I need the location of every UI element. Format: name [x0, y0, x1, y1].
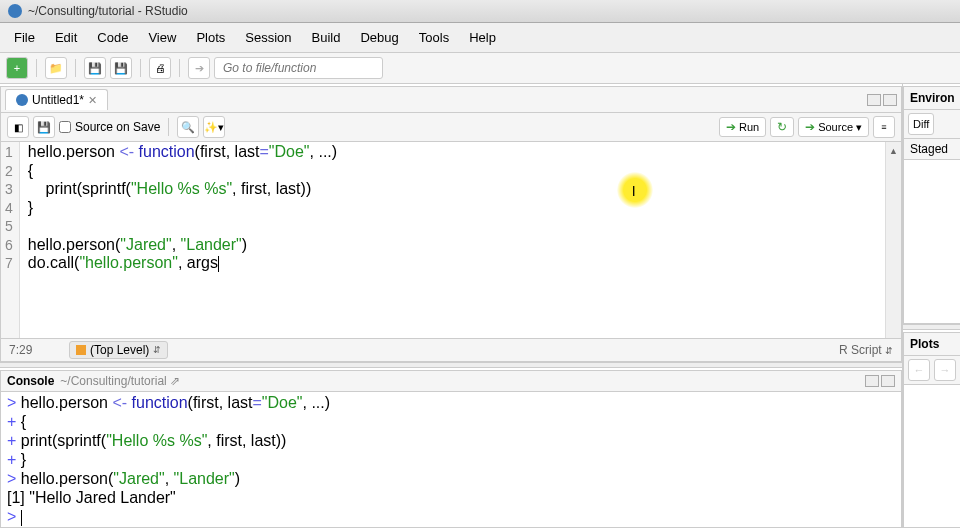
cursor-position: 7:29 — [9, 343, 59, 357]
editor-pane: Untitled1* ✕ ◧ 💾 Source on Save 🔍 ✨▾ ➔Ru… — [0, 86, 902, 362]
plot-prev-button[interactable]: ← — [908, 359, 930, 381]
source-arrow-icon: ➔ — [805, 120, 815, 134]
save-file-button[interactable]: 💾 — [33, 116, 55, 138]
popout-button[interactable]: ◧ — [7, 116, 29, 138]
pane-divider[interactable] — [0, 362, 902, 368]
close-tab-icon[interactable]: ✕ — [88, 94, 97, 107]
chevron-icon: ⇵ — [153, 345, 161, 355]
environment-body — [904, 160, 960, 323]
maximize-pane-button[interactable] — [883, 94, 897, 106]
find-button[interactable]: 🔍 — [177, 116, 199, 138]
plots-body — [904, 385, 960, 527]
code-body[interactable]: I hello.person <- function(first, last="… — [20, 142, 901, 338]
right-column: Environ Diff Staged Plots ← → — [903, 84, 960, 528]
diff-button[interactable]: Diff — [908, 113, 934, 135]
maximize-console-button[interactable] — [881, 375, 895, 387]
file-type-selector[interactable]: R Script ⇵ — [839, 343, 893, 357]
menu-view[interactable]: View — [138, 27, 186, 48]
editor-scrollbar[interactable]: ▲ — [885, 142, 901, 338]
menu-session[interactable]: Session — [235, 27, 301, 48]
window-title: ~/Consulting/tutorial - RStudio — [28, 4, 188, 18]
run-button[interactable]: ➔Run — [719, 117, 766, 137]
rerun-button[interactable]: ↻ — [770, 117, 794, 137]
outline-button[interactable]: ≡ — [873, 116, 895, 138]
rscript-icon — [16, 94, 28, 106]
console-line: + { — [7, 412, 895, 431]
console-title: Console — [7, 374, 54, 388]
environment-toolbar: Diff — [904, 110, 960, 139]
source-on-save-label: Source on Save — [75, 120, 160, 134]
chevron-icon: ⇵ — [885, 346, 893, 356]
left-column: Untitled1* ✕ ◧ 💾 Source on Save 🔍 ✨▾ ➔Ru… — [0, 84, 903, 528]
source-on-save-checkbox[interactable] — [59, 121, 71, 133]
console-window-buttons — [865, 375, 895, 387]
pane-window-buttons — [867, 94, 897, 106]
console-line: + print(sprintf("Hello %s %s", first, la… — [7, 431, 895, 450]
plots-toolbar: ← → — [904, 356, 960, 385]
save-all-button[interactable]: 💾 — [110, 57, 132, 79]
editor-tabrow: Untitled1* ✕ — [1, 87, 901, 113]
console-body[interactable]: > hello.person <- function(first, last="… — [1, 392, 901, 527]
minimize-pane-button[interactable] — [867, 94, 881, 106]
plots-pane: Plots ← → — [903, 332, 960, 528]
minimize-console-button[interactable] — [865, 375, 879, 387]
menu-edit[interactable]: Edit — [45, 27, 87, 48]
plot-next-button[interactable]: → — [934, 359, 956, 381]
console-line: [1] "Hello Jared Lander" — [7, 488, 895, 507]
tab-label: Untitled1* — [32, 93, 84, 107]
line-gutter: 1234567 — [1, 142, 20, 338]
popout-console-icon[interactable]: ⇗ — [170, 374, 180, 388]
scope-selector[interactable]: (Top Level) ⇵ — [69, 341, 168, 359]
code-line[interactable] — [28, 217, 901, 236]
window-titlebar: ~/Consulting/tutorial - RStudio — [0, 0, 960, 23]
menu-file[interactable]: File — [4, 27, 45, 48]
scroll-up-icon[interactable]: ▲ — [886, 142, 901, 156]
menu-build[interactable]: Build — [302, 27, 351, 48]
new-file-button[interactable]: + — [6, 57, 28, 79]
separator — [36, 59, 37, 77]
separator — [140, 59, 141, 77]
environment-tab[interactable]: Environ — [904, 87, 960, 110]
console-line: > hello.person("Jared", "Lander") — [7, 469, 895, 488]
forward-icon: ➔ — [188, 57, 210, 79]
open-project-button[interactable]: 📁 — [45, 57, 67, 79]
menu-help[interactable]: Help — [459, 27, 506, 48]
rstudio-icon — [8, 4, 22, 18]
code-editor[interactable]: 1234567 I hello.person <- function(first… — [1, 142, 901, 338]
code-line[interactable]: hello.person <- function(first, last="Do… — [28, 143, 901, 162]
code-line[interactable]: print(sprintf("Hello %s %s", first, last… — [28, 180, 901, 199]
code-line[interactable]: { — [28, 162, 901, 181]
staged-label: Staged — [904, 139, 960, 160]
console-line: > hello.person <- function(first, last="… — [7, 393, 895, 412]
main-area: Untitled1* ✕ ◧ 💾 Source on Save 🔍 ✨▾ ➔Ru… — [0, 84, 960, 528]
separator — [168, 118, 169, 136]
menu-tools[interactable]: Tools — [409, 27, 459, 48]
menubar: FileEditCodeViewPlotsSessionBuildDebugTo… — [0, 23, 960, 53]
main-toolbar: + 📁 💾 💾 🖨 ➔ — [0, 53, 960, 84]
editor-toolbar: ◧ 💾 Source on Save 🔍 ✨▾ ➔Run ↻ ➔Source ▾… — [1, 113, 901, 142]
code-line[interactable]: } — [28, 199, 901, 218]
plots-tab[interactable]: Plots — [904, 333, 960, 356]
separator — [75, 59, 76, 77]
right-divider[interactable] — [903, 324, 960, 330]
wand-button[interactable]: ✨▾ — [203, 116, 225, 138]
scope-icon — [76, 345, 86, 355]
menu-plots[interactable]: Plots — [186, 27, 235, 48]
menu-debug[interactable]: Debug — [350, 27, 408, 48]
console-line: + } — [7, 450, 895, 469]
source-button[interactable]: ➔Source ▾ — [798, 117, 869, 137]
code-line[interactable]: hello.person("Jared", "Lander") — [28, 236, 901, 255]
console-pane: Console ~/Consulting/tutorial ⇗ > hello.… — [0, 370, 902, 528]
goto-file-input[interactable] — [214, 57, 383, 79]
run-arrow-icon: ➔ — [726, 120, 736, 134]
editor-tab[interactable]: Untitled1* ✕ — [5, 89, 108, 110]
console-path: ~/Consulting/tutorial ⇗ — [60, 374, 180, 388]
console-line: > — [7, 507, 895, 526]
print-button[interactable]: 🖨 — [149, 57, 171, 79]
separator — [179, 59, 180, 77]
save-button[interactable]: 💾 — [84, 57, 106, 79]
code-line[interactable]: do.call("hello.person", args — [28, 254, 901, 273]
editor-statusbar: 7:29 (Top Level) ⇵ R Script ⇵ — [1, 338, 901, 361]
menu-code[interactable]: Code — [87, 27, 138, 48]
console-header: Console ~/Consulting/tutorial ⇗ — [1, 371, 901, 392]
